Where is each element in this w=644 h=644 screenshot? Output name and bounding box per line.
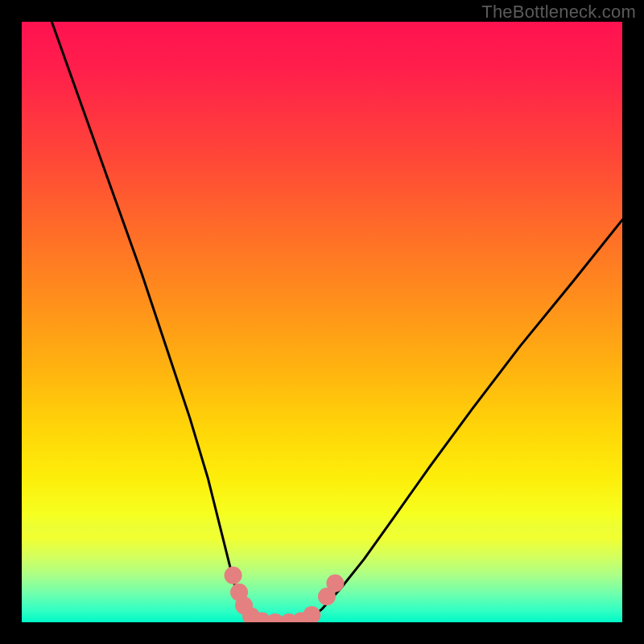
curve-left-curve — [52, 22, 265, 622]
right-marker-1 — [303, 606, 320, 622]
chart-frame: TheBottleneck.com — [0, 0, 644, 644]
left-marker-1 — [225, 567, 242, 584]
curve-layer — [22, 22, 622, 622]
curve-right-curve — [301, 220, 622, 622]
right-marker-3 — [326, 575, 344, 592]
watermark-text: TheBottleneck.com — [481, 2, 636, 23]
plot-area — [22, 22, 622, 622]
